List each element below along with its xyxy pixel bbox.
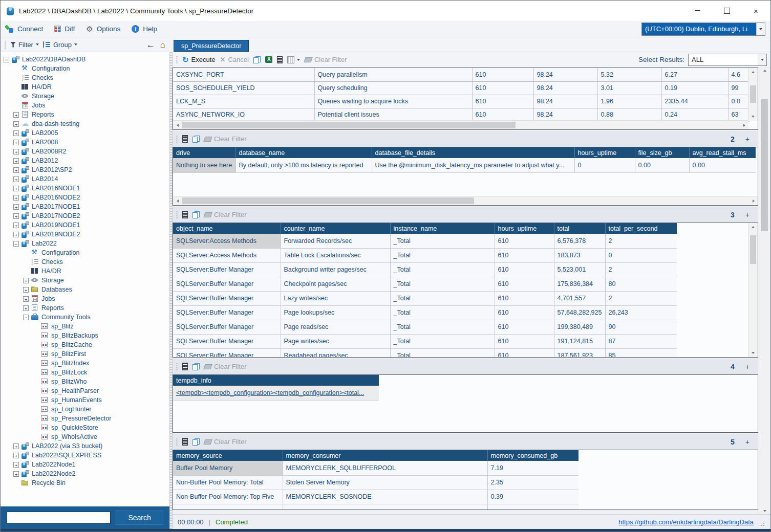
cell[interactable]: LCK_M_S [173, 95, 314, 108]
cell[interactable]: Page writes/sec [281, 334, 390, 348]
cell[interactable]: 6,576,378 [554, 234, 605, 248]
filter-button[interactable]: Filter [10, 41, 39, 49]
clear-filter-button[interactable]: Clear Filter [305, 56, 347, 63]
tree-item[interactable]: +LAB2016NODE2 [1, 193, 169, 202]
cell[interactable]: 5.32 [597, 68, 661, 81]
tree-item[interactable]: +Reports [1, 110, 169, 119]
options-button[interactable]: ⚙ Options [86, 25, 120, 33]
cell[interactable]: Query scheduling [314, 81, 472, 95]
scroll-left-icon[interactable] [173, 196, 182, 205]
search-button[interactable]: Search [116, 511, 163, 525]
cell[interactable]: 610 [472, 81, 533, 95]
collapse-icon[interactable]: − [4, 57, 9, 62]
expand-icon[interactable]: + [13, 149, 19, 154]
cell[interactable]: Query parallelism [314, 68, 472, 81]
waits-grid-hscrollbar[interactable] [173, 120, 748, 129]
cell[interactable]: 2335.44 [661, 95, 728, 108]
tree-item[interactable]: sp_Blitz [1, 322, 169, 331]
cell[interactable]: _Total [390, 348, 495, 358]
cell[interactable]: 2.35 [487, 475, 579, 490]
cell[interactable]: 87 [605, 334, 677, 348]
cell[interactable]: 183,873 [554, 248, 605, 262]
tree-item[interactable]: +LAB2012 [1, 156, 169, 165]
tree-item[interactable]: Configuration [1, 248, 169, 257]
expand-icon[interactable]: + [13, 112, 19, 118]
select-results-dropdown[interactable]: ALL [688, 54, 767, 66]
tree-item[interactable]: +Lab2022Node2 [1, 469, 169, 478]
cell[interactable]: 4,701,557 [554, 291, 605, 305]
maximize-button[interactable] [712, 1, 741, 21]
column-header[interactable]: object_name [173, 223, 281, 234]
cell[interactable]: _Total [390, 248, 495, 262]
cell[interactable]: SQLServer:Buffer Manager [173, 348, 281, 358]
cell[interactable]: 610 [495, 348, 554, 358]
tree-item[interactable]: sp_BlitzLock [1, 368, 169, 377]
minimize-button[interactable] [683, 1, 712, 21]
tree-item[interactable]: Checks [1, 257, 169, 267]
column-header[interactable]: total [554, 223, 605, 234]
cell[interactable]: 4.6 [728, 68, 749, 81]
cell[interactable] [283, 504, 487, 510]
tree-item[interactable]: sp_WhoIsActive [1, 432, 169, 441]
column-header[interactable]: memory_source [173, 450, 283, 461]
cell[interactable]: _Total [390, 262, 495, 277]
tree-item[interactable]: +Jobs [1, 294, 169, 303]
github-link[interactable]: https://github.com/erikdarlingdata/Darli… [618, 518, 754, 526]
tree-item[interactable]: +LAB2017NODE1 [1, 202, 169, 211]
tree-item[interactable]: HA/DR [1, 267, 169, 276]
cell[interactable]: _Total [390, 334, 495, 348]
cell[interactable]: 90 [605, 320, 677, 334]
search-input[interactable] [7, 512, 111, 524]
cell[interactable]: 199,380,489 [554, 320, 605, 334]
cell[interactable]: 98.24 [533, 81, 597, 95]
cell[interactable]: 98.24 [533, 68, 597, 81]
copy-icon[interactable] [253, 56, 261, 63]
cell[interactable]: SQLServer:Buffer Manager [173, 320, 281, 334]
cell[interactable]: 0.39 [487, 490, 579, 504]
copy-icon[interactable] [192, 211, 200, 218]
collapse-icon[interactable]: − [23, 315, 29, 320]
cell[interactable]: 610 [495, 262, 554, 277]
cell[interactable]: 0 [605, 248, 677, 262]
expand-icon[interactable]: + [13, 140, 19, 145]
tree-item[interactable]: sp_PressureDetector [1, 414, 169, 423]
cell[interactable]: SOS_SCHEDULER_YIELD [173, 81, 314, 95]
cell[interactable]: _Total [390, 320, 495, 334]
tree-item[interactable]: −Community Tools [1, 313, 169, 322]
tree-item[interactable]: +Lab2022\SQLEXPRESS [1, 451, 169, 460]
expand-icon[interactable]: + [23, 305, 29, 311]
cell[interactable]: Page reads/sec [281, 320, 390, 334]
cell[interactable]: 610 [472, 95, 533, 108]
cell[interactable]: Buffer Pool Memory [173, 461, 283, 475]
cell[interactable]: Non-Buffer Pool Memory: Top Five [173, 490, 283, 504]
expand-icon[interactable]: + [23, 287, 29, 293]
column-header[interactable]: avg_read_stall_ms [689, 147, 756, 158]
tree-item[interactable]: Checks [1, 73, 169, 82]
cell[interactable]: SQLServer:Buffer Manager [173, 277, 281, 291]
copy-icon[interactable] [192, 363, 200, 370]
column-header[interactable]: tempdb_info [173, 375, 379, 386]
cell[interactable]: 3.01 [597, 81, 661, 95]
column-header[interactable]: counter_name [281, 223, 390, 234]
expand-icon[interactable]: + [13, 471, 19, 477]
excel-export-icon[interactable] [265, 56, 272, 63]
tab-sp-pressuredetector[interactable]: sp_PressureDetector [174, 40, 249, 52]
cell[interactable]: MEMORYCLERK_SOSNODE [283, 490, 487, 504]
expand-icon[interactable]: + [13, 186, 19, 191]
tree-item[interactable]: sp_LogHunter [1, 405, 169, 414]
clear-filter-button[interactable]: Clear Filter [204, 135, 247, 143]
cell[interactable]: CXSYNC_PORT [173, 68, 314, 81]
scroll-up-icon[interactable] [759, 70, 770, 72]
tempdb-info-link[interactable]: <tempdb><tempdb_configuration><tempdb_co… [176, 389, 364, 396]
cell[interactable]: 0.88 [597, 108, 661, 121]
cell[interactable]: Stolen Server Memory [283, 475, 487, 490]
tree-item[interactable]: sp_QuickieStore [1, 423, 169, 432]
clear-filter-button[interactable]: Clear Filter [204, 438, 247, 446]
cell[interactable]: Checkpoint pages/sec [281, 277, 390, 291]
resize-grip[interactable] [759, 520, 765, 527]
cell[interactable]: MEMORYCLERK_SQLBUFFERPOOL [283, 461, 487, 475]
disk-grid-hscrollbar[interactable] [173, 196, 758, 205]
cell[interactable]: 57,648,282,925 [554, 305, 605, 320]
tree-item[interactable]: +Reports [1, 303, 169, 313]
add-tab-button[interactable]: + [745, 438, 749, 446]
